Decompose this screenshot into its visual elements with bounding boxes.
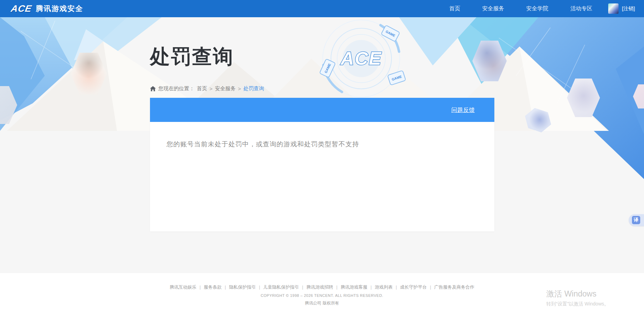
ace-logo-icon: ACE <box>10 3 32 14</box>
panel-header: 问题反馈 <box>150 98 494 122</box>
brand-logo[interactable]: ACE 腾讯游戏安全 <box>11 3 83 14</box>
logout-link[interactable]: [注销] <box>622 6 635 12</box>
footer-link-4[interactable]: 腾讯游戏招聘 <box>307 284 333 290</box>
user-avatar[interactable] <box>608 3 619 14</box>
footer-link-separator: | <box>196 284 204 290</box>
page-title: 处罚查询 <box>150 43 234 70</box>
query-result-panel: 问题反馈 您的账号当前未处于处罚中，或查询的游戏和处罚类型暂不支持 <box>150 98 494 231</box>
breadcrumb-separator: > <box>238 86 241 92</box>
nav-item-1[interactable]: 安全服务 <box>482 5 504 12</box>
footer-link-separator: | <box>367 284 375 290</box>
translate-button[interactable]: 译 <box>629 214 644 226</box>
hero-section: GAME GAME GAME ACE 处罚查询 您现在的位置： 首页>安全服务>… <box>0 17 644 273</box>
feedback-link[interactable]: 问题反馈 <box>451 106 475 114</box>
footer-link-separator: | <box>393 284 400 290</box>
page-root: ACE 腾讯游戏安全 首页安全服务安全学院活动专区 [注销] <box>0 0 644 322</box>
footer-link-separator: | <box>427 284 434 290</box>
copyright-text: COPYRIGHT © 1998 – 2026 TENCENT. ALL RIG… <box>0 293 644 298</box>
breadcrumb-item-1[interactable]: 安全服务 <box>215 85 236 92</box>
game-chip-icon: GAME <box>387 71 406 85</box>
breadcrumb-separator: > <box>210 86 213 92</box>
translate-icon: 译 <box>632 216 640 224</box>
footer-link-separator: | <box>256 284 263 290</box>
breadcrumb-items: 首页>安全服务>处罚查询 <box>197 85 264 92</box>
footer-link-separator: | <box>299 284 306 290</box>
footer-link-5[interactable]: 腾讯游戏客服 <box>341 284 367 290</box>
breadcrumb-prefix: 您现在的位置： <box>158 85 194 92</box>
footer-link-6[interactable]: 游戏列表 <box>375 284 393 290</box>
nav-item-2[interactable]: 安全学院 <box>526 5 548 12</box>
nav-item-0[interactable]: 首页 <box>449 5 460 12</box>
footer-link-8[interactable]: 广告服务及商务合作 <box>434 284 474 290</box>
result-message: 您的账号当前未处于处罚中，或查询的游戏和处罚类型暂不支持 <box>167 140 478 149</box>
footer-link-separator: | <box>333 284 341 290</box>
top-nav: ACE 腾讯游戏安全 首页安全服务安全学院活动专区 [注销] <box>0 0 644 17</box>
company-text: 腾讯公司 版权所有 <box>0 300 644 306</box>
footer-link-separator: | <box>222 284 229 290</box>
ace-emblem-text: ACE <box>340 48 382 69</box>
brand-name: 腾讯游戏安全 <box>36 4 83 13</box>
footer-link-2[interactable]: 隐私保护指引 <box>229 284 256 290</box>
nav-links: 首页安全服务安全学院活动专区 <box>449 5 592 12</box>
footer-link-7[interactable]: 成长守护平台 <box>400 284 427 290</box>
nav-item-3[interactable]: 活动专区 <box>570 5 592 12</box>
home-icon <box>150 86 156 92</box>
page-footer: 腾讯互动娱乐|服务条款|隐私保护指引|儿童隐私保护指引|腾讯游戏招聘|腾讯游戏客… <box>0 273 644 322</box>
footer-link-0[interactable]: 腾讯互动娱乐 <box>170 284 196 290</box>
footer-link-3[interactable]: 儿童隐私保护指引 <box>263 284 299 290</box>
breadcrumb-item-2[interactable]: 处罚查询 <box>244 85 264 92</box>
game-chip-icon: GAME <box>320 59 336 77</box>
footer-links: 腾讯互动娱乐|服务条款|隐私保护指引|儿童隐私保护指引|腾讯游戏招聘|腾讯游戏客… <box>0 284 644 290</box>
breadcrumb: 您现在的位置： 首页>安全服务>处罚查询 <box>150 85 264 92</box>
panel-body: 您的账号当前未处于处罚中，或查询的游戏和处罚类型暂不支持 <box>150 122 494 167</box>
breadcrumb-item-0[interactable]: 首页 <box>197 85 207 92</box>
footer-link-1[interactable]: 服务条款 <box>204 284 222 290</box>
